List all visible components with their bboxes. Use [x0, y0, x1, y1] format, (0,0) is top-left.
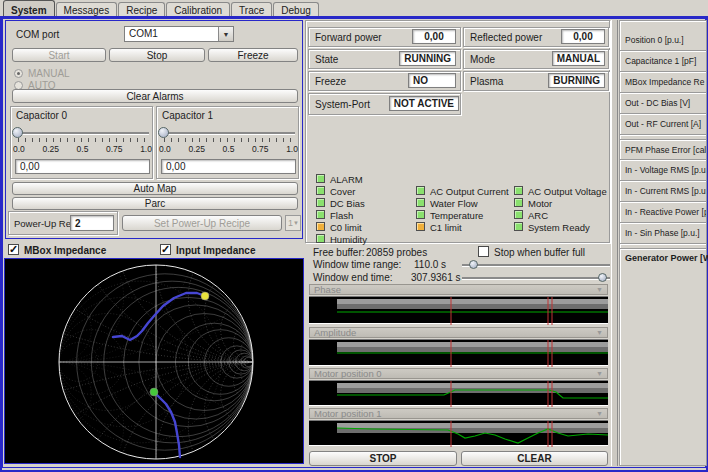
capacitor-0-scale: 0.0 0.25 0.5 0.75 1.0 — [13, 144, 152, 154]
connection-control-panel: COM port COM1 ▼ Start Stop Freeze MANUAL… — [5, 20, 303, 239]
free-buffer-label: Free buffer: — [313, 247, 365, 258]
freeze-button[interactable]: Freeze — [208, 48, 298, 62]
signal-item-position0[interactable]: Position 0 [p.u.] — [620, 30, 706, 51]
temperature-led — [416, 210, 425, 219]
scope-motor1-title: Motor position 1 — [314, 408, 382, 419]
window-end-time-slider-thumb[interactable] — [598, 273, 607, 282]
window-end-time-label: Window end time: — [313, 272, 392, 283]
mode-label: Mode — [464, 54, 495, 65]
c1-limit-led-label: C1 limit — [430, 222, 462, 233]
signal-item-pfm-phase-error[interactable]: PFM Phase Error [calib] — [620, 139, 706, 160]
amplitude-band — [337, 342, 608, 347]
signal-item-out-rf-current[interactable]: Out - RF Current [A] — [620, 114, 706, 135]
scope-phase-header[interactable]: Phase▼ — [309, 284, 608, 295]
chevron-down-icon: ▼ — [596, 329, 603, 336]
ac-output-voltage-led-label: AC Output Voltage — [528, 186, 607, 197]
input-impedance-checkbox[interactable] — [160, 244, 171, 255]
scope-amplitude-header[interactable]: Amplitude▼ — [309, 327, 608, 338]
humidity-led-label: Humidity — [330, 234, 367, 245]
signal-list-panel: Position 0 [p.u.] Capacitance 1 [pF] MBo… — [619, 20, 707, 466]
capacitor-1-slider-thumb[interactable] — [158, 127, 169, 138]
capacitor-0-slider-thumb[interactable] — [12, 127, 23, 138]
capacitor-1-slider-ticks — [164, 138, 295, 142]
auto-map-button[interactable]: Auto Map — [12, 182, 298, 195]
stop-when-buffer-full-checkbox[interactable] — [478, 246, 489, 257]
chevron-down-icon: ▼ — [596, 286, 603, 293]
window-end-time-slider-track[interactable] — [462, 277, 610, 279]
capacitor-0-value-input[interactable]: 0,00 — [15, 159, 150, 174]
scale-tick-label: 0.5 — [77, 144, 89, 154]
com-port-select[interactable]: COM1 ▼ — [124, 26, 234, 42]
capacitor-1-slider-track[interactable] — [162, 132, 295, 134]
tab-trace[interactable]: Trace — [231, 2, 272, 17]
motor0-band — [337, 383, 608, 388]
scope-motor1-header[interactable]: Motor position 1▼ — [309, 408, 608, 419]
power-up-recipe-input[interactable]: 2 — [70, 215, 114, 231]
cover-led-label: Cover — [330, 186, 355, 197]
water-flow-led — [416, 198, 425, 207]
mbox-impedance-checkbox[interactable] — [8, 244, 19, 255]
signal-item-in-reactive-power[interactable]: In - Reactive Power [p.u.] — [620, 202, 706, 223]
signal-item-mbox-impedance-re[interactable]: MBox Impedance Re [Ohm] — [620, 72, 706, 93]
manual-radio-label: MANUAL — [28, 68, 70, 79]
start-button[interactable]: Start — [12, 48, 106, 62]
signal-item-out-dc-bias[interactable]: Out - DC Bias [V] — [620, 93, 706, 114]
forward-power-label: Forward power — [309, 32, 382, 43]
scope-clear-button[interactable]: CLEAR — [461, 451, 608, 466]
input-impedance-label: Input Impedance — [176, 245, 255, 256]
list-separator — [620, 248, 706, 250]
scope-motor0-header[interactable]: Motor position 0▼ — [309, 368, 608, 379]
signal-item-in-current-rms[interactable]: In - Current RMS [p.u.] — [620, 181, 706, 202]
capacitor-0-slider-track[interactable] — [16, 132, 149, 134]
humidity-led — [316, 234, 325, 243]
window-time-range-value: 110.0 s — [414, 259, 446, 270]
alarm-led — [316, 174, 325, 183]
alarm-led-label: ALARM — [330, 174, 363, 185]
state-value: RUNNING — [399, 51, 456, 66]
capacitor-1-group: Capacitor 1 0.0 0.25 0.5 0.75 1.0 0,00 — [156, 106, 299, 179]
tab-debug[interactable]: Debug — [273, 2, 318, 17]
stop-button[interactable]: Stop — [109, 48, 205, 62]
scope-stop-button[interactable]: STOP — [309, 451, 457, 466]
signal-item-in-voltage-rms[interactable]: In - Voltage RMS [p.u.] — [620, 160, 706, 181]
motor1-band — [337, 423, 608, 428]
tab-calibration[interactable]: Calibration — [166, 2, 230, 17]
smith-chart — [5, 259, 303, 463]
panel-divider — [611, 20, 618, 466]
motor-led — [514, 198, 523, 207]
freeze-label: Freeze — [309, 76, 346, 87]
ac-output-current-led-label: AC Output Current — [430, 186, 509, 197]
system-port-value: NOT ACTIVE — [389, 96, 459, 111]
clear-alarms-button[interactable]: Clear Alarms — [12, 89, 298, 103]
scope-motor0-plot — [309, 380, 608, 406]
com-port-value: COM1 — [125, 27, 218, 41]
signal-item-capacitance1[interactable]: Capacitance 1 [pF] — [620, 51, 706, 72]
window-end-time-value: 307.9361 s — [411, 272, 461, 283]
manual-radio[interactable] — [14, 69, 23, 78]
power-up-recipe-selector[interactable]: 1 ▼ — [285, 215, 301, 231]
set-power-up-recipe-button[interactable]: Set Power-Up Recipe — [122, 215, 282, 231]
water-flow-led-label: Water Flow — [430, 198, 478, 209]
dc-bias-led-label: DC Bias — [330, 198, 365, 209]
capacitor-1-value-input[interactable]: 0,00 — [161, 159, 296, 174]
window-time-range-slider-track[interactable] — [462, 264, 610, 266]
mbox-current-point-dot — [201, 292, 209, 300]
tab-messages[interactable]: Messages — [56, 2, 118, 17]
scope-amplitude-plot — [309, 339, 608, 366]
window-time-range-slider-thumb[interactable] — [469, 260, 478, 269]
signal-item-in-sin-phase[interactable]: In - Sin Phase [p.u.] — [620, 223, 706, 244]
scale-tick-label: 0.25 — [188, 144, 205, 154]
parc-button[interactable]: Parc — [12, 197, 298, 210]
tab-system[interactable]: System — [3, 0, 55, 17]
scale-tick-label: 0.0 — [159, 144, 171, 154]
temperature-led-label: Temperature — [430, 210, 483, 221]
chevron-down-icon[interactable]: ▼ — [218, 27, 233, 41]
chevron-down-icon: ▼ — [596, 370, 603, 377]
system-ready-led-label: System Ready — [528, 222, 590, 233]
system-ready-led — [514, 222, 523, 231]
tab-recipe[interactable]: Recipe — [118, 2, 165, 17]
scope-amplitude-title: Amplitude — [314, 327, 356, 338]
chevron-down-icon: ▼ — [293, 220, 299, 226]
cover-led — [316, 186, 325, 195]
motor-led-label: Motor — [528, 198, 552, 209]
